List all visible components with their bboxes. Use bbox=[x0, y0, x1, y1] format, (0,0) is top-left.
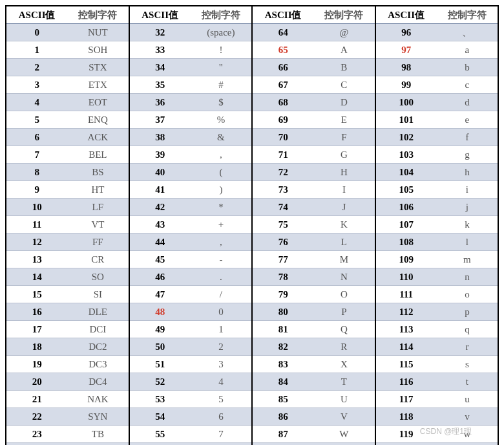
ascii-value-cell: 20 bbox=[6, 373, 67, 391]
ascii-value-cell: 21 bbox=[6, 391, 67, 408]
control-char-cell: 6 bbox=[191, 408, 252, 426]
ascii-value-cell: 49 bbox=[129, 321, 191, 338]
ascii-value-cell: 13 bbox=[6, 251, 67, 268]
ascii-value-cell: 103 bbox=[375, 146, 437, 164]
table-row: 20DC452484T116t bbox=[6, 373, 498, 391]
ascii-value-cell: 36 bbox=[129, 94, 191, 111]
ascii-value-cell: 65 bbox=[252, 41, 313, 59]
ascii-value-cell: 71 bbox=[252, 146, 313, 164]
ascii-value-cell: 46 bbox=[129, 268, 191, 286]
ascii-value-cell: 107 bbox=[375, 216, 437, 233]
ascii-value-cell: 86 bbox=[252, 408, 313, 426]
ascii-value-cell: 72 bbox=[252, 164, 313, 181]
control-char-cell: $ bbox=[191, 94, 252, 111]
control-char-cell: ACK bbox=[67, 129, 129, 146]
ascii-value-cell: 23 bbox=[6, 426, 67, 443]
table-header: ASCII值控制字符ASCII值控制字符ASCII值控制字符ASCII值控制字符 bbox=[6, 6, 498, 24]
table-row: 10LF42*74J106j bbox=[6, 199, 498, 216]
ascii-value-cell: 43 bbox=[129, 216, 191, 233]
control-char-cell: F bbox=[313, 129, 375, 146]
control-char-cell: v bbox=[437, 408, 498, 426]
control-char-cell: CR bbox=[67, 251, 129, 268]
control-char-cell: SYN bbox=[67, 408, 129, 426]
control-char-cell: SOH bbox=[67, 41, 129, 59]
control-char-cell: k bbox=[437, 216, 498, 233]
control-char-cell: ! bbox=[191, 41, 252, 59]
table-row: 13CR45-77M109m bbox=[6, 251, 498, 268]
ascii-value-cell: 98 bbox=[375, 59, 437, 76]
ascii-value-cell: 64 bbox=[252, 24, 313, 41]
control-char-cell: 2 bbox=[191, 338, 252, 356]
header-ascii-value: ASCII值 bbox=[129, 6, 191, 24]
control-char-cell: 8 bbox=[191, 443, 252, 446]
control-char-cell: 、 bbox=[437, 24, 498, 41]
table-row: 11VT43+75K107k bbox=[6, 216, 498, 233]
control-char-cell: K bbox=[313, 216, 375, 233]
table-row: 12FF44,76L108l bbox=[6, 233, 498, 251]
ascii-value-cell: 35 bbox=[129, 76, 191, 94]
ascii-value-cell: 119 bbox=[375, 426, 437, 443]
control-char-cell: ( bbox=[191, 164, 252, 181]
control-char-cell: u bbox=[437, 391, 498, 408]
ascii-value-cell: 8 bbox=[6, 164, 67, 181]
control-char-cell: w bbox=[437, 426, 498, 443]
ascii-value-cell: 70 bbox=[252, 129, 313, 146]
ascii-value-cell: 76 bbox=[252, 233, 313, 251]
table-row: 22SYN54686V118v bbox=[6, 408, 498, 426]
control-char-cell: " bbox=[191, 59, 252, 76]
ascii-value-cell: 85 bbox=[252, 391, 313, 408]
control-char-cell: O bbox=[313, 286, 375, 303]
control-char-cell: q bbox=[437, 321, 498, 338]
ascii-value-cell: 39 bbox=[129, 146, 191, 164]
ascii-value-cell: 97 bbox=[375, 41, 437, 59]
control-char-cell: f bbox=[437, 129, 498, 146]
ascii-value-cell: 3 bbox=[6, 76, 67, 94]
ascii-value-cell: 117 bbox=[375, 391, 437, 408]
ascii-value-cell: 106 bbox=[375, 199, 437, 216]
control-char-cell: B bbox=[313, 59, 375, 76]
ascii-value-cell: 88 bbox=[252, 443, 313, 446]
control-char-cell: j bbox=[437, 199, 498, 216]
ascii-value-cell: 38 bbox=[129, 129, 191, 146]
control-char-cell: TB bbox=[67, 426, 129, 443]
control-char-cell: # bbox=[191, 76, 252, 94]
control-char-cell: b bbox=[437, 59, 498, 76]
ascii-value-cell: 80 bbox=[252, 303, 313, 321]
ascii-value-cell: 54 bbox=[129, 408, 191, 426]
ascii-value-cell: 77 bbox=[252, 251, 313, 268]
ascii-value-cell: 50 bbox=[129, 338, 191, 356]
control-char-cell: X bbox=[313, 443, 375, 446]
control-char-cell: s bbox=[437, 356, 498, 373]
ascii-value-cell: 19 bbox=[6, 356, 67, 373]
header-ascii-value: ASCII值 bbox=[6, 6, 67, 24]
control-char-cell: C bbox=[313, 76, 375, 94]
control-char-cell: FF bbox=[67, 233, 129, 251]
ascii-value-cell: 81 bbox=[252, 321, 313, 338]
ascii-value-cell: 104 bbox=[375, 164, 437, 181]
ascii-value-cell: 5 bbox=[6, 111, 67, 129]
control-char-cell: m bbox=[437, 251, 498, 268]
control-char-cell: ) bbox=[191, 181, 252, 199]
ascii-value-cell: 45 bbox=[129, 251, 191, 268]
ascii-value-cell: 110 bbox=[375, 268, 437, 286]
ascii-value-cell: 7 bbox=[6, 146, 67, 164]
control-char-cell: HT bbox=[67, 181, 129, 199]
control-char-cell: EOT bbox=[67, 94, 129, 111]
header-control-char: 控制字符 bbox=[437, 6, 498, 24]
ascii-value-cell: 9 bbox=[6, 181, 67, 199]
control-char-cell: l bbox=[437, 233, 498, 251]
control-char-cell: V bbox=[313, 408, 375, 426]
ascii-value-cell: 41 bbox=[129, 181, 191, 199]
ascii-value-cell: 84 bbox=[252, 373, 313, 391]
ascii-value-cell: 53 bbox=[129, 391, 191, 408]
ascii-value-cell: 116 bbox=[375, 373, 437, 391]
table-row: 21NAK53585U117u bbox=[6, 391, 498, 408]
control-char-cell: M bbox=[313, 251, 375, 268]
ascii-value-cell: 67 bbox=[252, 76, 313, 94]
ascii-value-cell: 69 bbox=[252, 111, 313, 129]
control-char-cell: ETX bbox=[67, 76, 129, 94]
ascii-value-cell: 4 bbox=[6, 94, 67, 111]
control-char-cell: @ bbox=[313, 24, 375, 41]
control-char-cell: R bbox=[313, 338, 375, 356]
ascii-value-cell: 51 bbox=[129, 356, 191, 373]
